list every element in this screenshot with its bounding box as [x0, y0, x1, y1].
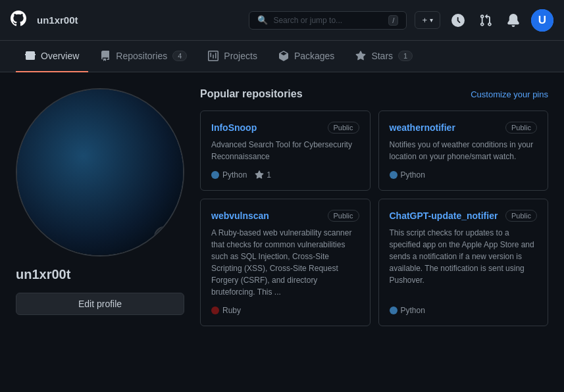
tab-repositories-label: Repositories	[116, 51, 167, 61]
star-icon	[255, 170, 264, 180]
repo-card-weathernotifier: weathernotifier Public Notifies you of w…	[378, 110, 549, 191]
edit-profile-button[interactable]: Edit profile	[16, 293, 184, 315]
tab-repositories-badge: 4	[172, 51, 187, 61]
repo-footer: Python	[390, 170, 538, 180]
navbar: un1xr00t 🔍 Search or jump to... / + ▾ U	[0, 0, 564, 41]
repo-description: This script checks for updates to a spec…	[390, 227, 538, 298]
repo-card-chatgpt-notifier: ChatGPT-update_notifier Public This scri…	[378, 199, 549, 326]
language-color-dot	[211, 306, 219, 314]
repo-description: A Ruby-based web vulnerability scanner t…	[211, 227, 359, 298]
tab-packages-label: Packages	[294, 51, 334, 61]
language-color-dot	[390, 171, 397, 179]
language-color-dot	[390, 306, 397, 314]
profile-avatar: 😊	[16, 88, 184, 257]
profile-sidebar: 😊 un1xr00t Edit profile	[16, 88, 184, 326]
emoji-button[interactable]: 😊	[154, 226, 175, 247]
github-logo-icon[interactable]	[11, 11, 26, 30]
language-label: Ruby	[222, 306, 241, 315]
repo-language: Ruby	[211, 306, 241, 315]
add-icon: +	[422, 15, 427, 25]
svg-text:U: U	[538, 14, 546, 26]
tab-stars-badge: 1	[398, 51, 413, 61]
tab-overview[interactable]: Overview	[16, 41, 88, 72]
repo-card-header: ChatGPT-update_notifier Public	[390, 210, 538, 222]
repo-visibility-badge: Public	[328, 122, 359, 134]
repo-description: Advanced Search Tool for Cybersecurity R…	[211, 139, 359, 162]
repo-name-link[interactable]: weathernotifier	[390, 122, 455, 133]
language-label: Python	[401, 170, 425, 180]
tab-projects[interactable]: Projects	[199, 41, 267, 72]
language-label: Python	[222, 170, 247, 180]
search-icon: 🔍	[257, 15, 268, 25]
search-bar[interactable]: 🔍 Search or jump to... /	[249, 11, 407, 30]
repo-card-header: webvulnscan Public	[211, 210, 359, 222]
popular-repos-header: Popular repositories Customize your pins	[200, 88, 548, 100]
add-dropdown-icon: ▾	[430, 16, 433, 24]
repo-language: Python	[390, 170, 425, 180]
git-pull-request-button[interactable]	[476, 11, 496, 30]
repo-card-webvulnscan: webvulnscan Public A Ruby-based web vuln…	[200, 199, 371, 326]
tab-repositories[interactable]: Repositories 4	[91, 41, 196, 72]
repo-footer: Python	[390, 306, 538, 315]
tab-projects-label: Projects	[224, 51, 257, 61]
tab-stars-label: Stars	[371, 51, 393, 61]
repo-card-header: weathernotifier Public	[390, 122, 538, 134]
repo-visibility-badge: Public	[328, 210, 359, 222]
repo-card-infosnooop: InfoSnoop Public Advanced Search Tool fo…	[200, 110, 371, 191]
navbar-username: un1xr00t	[37, 14, 78, 26]
repo-description: Notifies you of weather conditions in yo…	[390, 139, 538, 162]
add-button[interactable]: + ▾	[415, 11, 440, 29]
search-shortcut-badge: /	[388, 15, 398, 26]
repo-visibility-badge: Public	[505, 122, 537, 134]
tab-overview-label: Overview	[41, 51, 79, 61]
repo-footer: Python 1	[211, 170, 359, 180]
repo-card-header: InfoSnoop Public	[211, 122, 359, 134]
repo-grid: InfoSnoop Public Advanced Search Tool fo…	[200, 110, 548, 326]
star-count: 1	[267, 170, 271, 180]
search-placeholder-text: Search or jump to...	[273, 16, 342, 25]
user-avatar-nav[interactable]: U	[531, 9, 553, 32]
inbox-button[interactable]	[503, 11, 523, 30]
tab-stars[interactable]: Stars 1	[346, 41, 422, 72]
customize-pins-link[interactable]: Customize your pins	[471, 89, 548, 99]
timer-button[interactable]	[448, 11, 468, 30]
repo-language: Python	[211, 170, 247, 180]
popular-repos-title: Popular repositories	[200, 88, 303, 100]
tab-packages[interactable]: Packages	[269, 41, 344, 72]
language-color-dot	[211, 171, 219, 179]
language-label: Python	[401, 306, 425, 315]
main-content: 😊 un1xr00t Edit profile Popular reposito…	[0, 72, 564, 342]
right-content: Popular repositories Customize your pins…	[200, 88, 548, 326]
repo-footer: Ruby	[211, 306, 359, 315]
profile-tabs: Overview Repositories 4 Projects Package…	[0, 41, 564, 72]
profile-username: un1xr00t	[16, 267, 184, 282]
repo-stars: 1	[255, 170, 271, 180]
repo-name-link[interactable]: ChatGPT-update_notifier	[390, 210, 498, 221]
repo-visibility-badge: Public	[505, 210, 537, 222]
repo-name-link[interactable]: webvulnscan	[211, 210, 269, 221]
repo-name-link[interactable]: InfoSnoop	[211, 122, 257, 133]
repo-language: Python	[390, 306, 425, 315]
